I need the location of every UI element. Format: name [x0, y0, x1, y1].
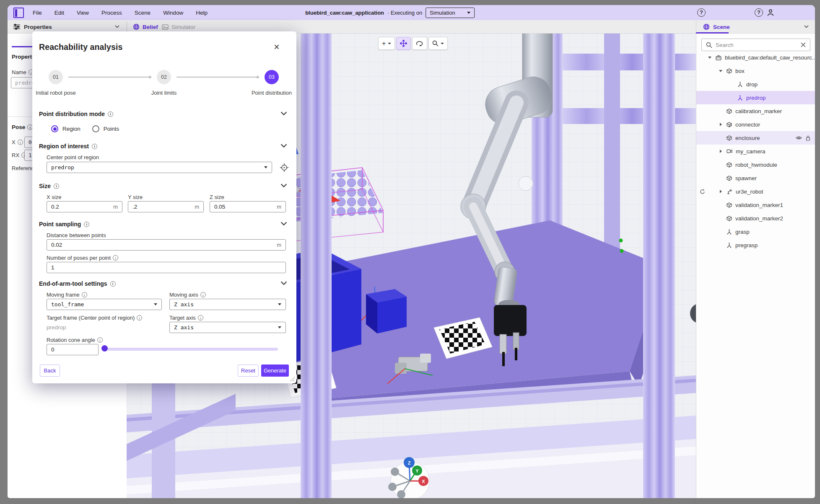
- chevron-down-icon: [441, 43, 444, 44]
- caret-expanded-icon[interactable]: [707, 57, 712, 59]
- info-icon[interactable]: [84, 222, 89, 227]
- info-icon[interactable]: [137, 315, 142, 320]
- tree-label: bluebird_caw:default_caw_resourc...: [725, 54, 815, 61]
- reset-button[interactable]: Reset: [238, 364, 259, 377]
- rotation-cone-angle-slider[interactable]: [104, 348, 278, 351]
- resize-handle[interactable]: [289, 376, 295, 382]
- tree-row-calibration-marker[interactable]: calibration_marker: [696, 104, 815, 118]
- moving-frame-select[interactable]: tool_frame: [47, 299, 162, 310]
- slider-handle[interactable]: [101, 345, 108, 352]
- step-3-circle[interactable]: 03: [265, 70, 279, 84]
- frame-icon: [737, 82, 743, 87]
- generate-button[interactable]: Generate: [261, 364, 289, 377]
- menu-bar: File Edit View Process Scene Window Help…: [8, 5, 815, 20]
- tree-row-connector[interactable]: connector: [696, 118, 815, 131]
- radio-region-label[interactable]: Region: [62, 126, 80, 132]
- info-icon[interactable]: [200, 292, 206, 297]
- tree-row-my-camera[interactable]: my_camera: [696, 145, 815, 158]
- distance-field[interactable]: 0.02m: [47, 239, 286, 251]
- svg-text:Y: Y: [415, 468, 419, 473]
- help-icon[interactable]: ?: [697, 8, 706, 17]
- tree-row-drop[interactable]: drop: [696, 78, 815, 91]
- step-3-label: Point distribution: [249, 89, 295, 97]
- caret-collapsed-icon[interactable]: [718, 123, 723, 126]
- sync-icon[interactable]: [700, 189, 705, 194]
- rotation-cone-angle-field[interactable]: 0: [47, 344, 99, 355]
- poses-per-point-field[interactable]: 1: [47, 262, 286, 273]
- info-icon[interactable]: [198, 315, 203, 320]
- tree-row-grasp[interactable]: grasp: [696, 225, 815, 238]
- caret-collapsed-icon[interactable]: [718, 190, 723, 193]
- chevron-down-icon[interactable]: [804, 25, 809, 28]
- tree-row-resources[interactable]: bluebird_caw:default_caw_resourc...: [696, 51, 815, 64]
- scene-panel-header[interactable]: Scene: [696, 20, 815, 34]
- tree-row-enclosure[interactable]: enclosure: [696, 131, 815, 145]
- tree-row-validation-marker1[interactable]: validation_marker1: [696, 198, 815, 212]
- info-icon[interactable]: [108, 111, 113, 117]
- scene-header-label: Scene: [713, 24, 730, 30]
- info-icon[interactable]: [82, 292, 87, 297]
- menu-process[interactable]: Process: [101, 10, 122, 16]
- menu-window[interactable]: Window: [163, 10, 183, 16]
- caret-collapsed-icon[interactable]: [718, 150, 723, 153]
- zoom-tool-button[interactable]: [428, 37, 448, 50]
- search-input[interactable]: [716, 42, 797, 48]
- z-size-field[interactable]: 0.05m: [210, 201, 286, 212]
- x-size-field[interactable]: 0.2m: [47, 201, 122, 212]
- step-2-circle[interactable]: 02: [157, 70, 171, 84]
- tree-row-pregrasp[interactable]: pregrasp: [696, 238, 815, 252]
- cube-icon: [727, 162, 732, 168]
- account-icon[interactable]: [766, 8, 775, 17]
- tree-row-predrop[interactable]: predrop: [696, 91, 815, 104]
- info-icon[interactable]: [110, 281, 116, 287]
- chevron-down-icon[interactable]: [280, 111, 287, 116]
- divider: [127, 22, 127, 32]
- caret-expanded-icon[interactable]: [718, 70, 723, 72]
- tune-icon: [13, 24, 20, 30]
- menu-file[interactable]: File: [33, 10, 42, 16]
- menu-view[interactable]: View: [77, 10, 89, 16]
- menu-edit[interactable]: Edit: [54, 10, 64, 16]
- center-point-select[interactable]: predrop: [47, 162, 272, 173]
- tree-row-box[interactable]: box: [696, 64, 815, 78]
- tree-row-validation-marker2[interactable]: validation_marker2: [696, 212, 815, 225]
- cube-icon: [727, 109, 732, 114]
- chevron-down-icon[interactable]: [280, 281, 287, 285]
- help-icon[interactable]: ?: [755, 8, 763, 17]
- tree-row-robot-hwmodule[interactable]: robot_hwmodule: [696, 158, 815, 171]
- add-object-button[interactable]: +: [378, 37, 395, 50]
- chevron-down-icon[interactable]: [115, 25, 119, 28]
- tree-label: connector: [735, 121, 760, 128]
- chevron-down-icon[interactable]: [280, 184, 287, 188]
- tree-row-spawner[interactable]: spawner: [696, 171, 815, 185]
- y-size-field[interactable]: .2m: [128, 201, 204, 212]
- info-icon[interactable]: [113, 255, 118, 261]
- step-1-circle[interactable]: 01: [49, 70, 63, 84]
- info-icon[interactable]: [97, 337, 103, 343]
- info-icon[interactable]: [92, 144, 97, 149]
- radio-region[interactable]: [51, 125, 58, 132]
- chevron-down-icon[interactable]: [280, 144, 287, 148]
- tree-row-ur3e-robot[interactable]: ur3e_robot: [696, 185, 815, 198]
- move-tool-button[interactable]: [396, 37, 411, 50]
- info-icon[interactable]: [18, 140, 23, 145]
- chevron-down-icon: [278, 326, 281, 328]
- close-icon[interactable]: [801, 42, 806, 47]
- close-icon[interactable]: ×: [271, 41, 282, 52]
- radio-points-label[interactable]: Points: [104, 126, 119, 132]
- lock-icon[interactable]: [806, 135, 810, 141]
- menu-scene[interactable]: Scene: [135, 10, 151, 16]
- rotate-tool-button[interactable]: [412, 37, 427, 50]
- target-axis-select[interactable]: Z axis: [169, 322, 286, 333]
- menu-help[interactable]: Help: [196, 10, 208, 16]
- chevron-down-icon[interactable]: [280, 222, 287, 226]
- scene-search[interactable]: [701, 39, 810, 51]
- crosshair-icon[interactable]: [280, 163, 289, 172]
- eye-icon[interactable]: [796, 135, 802, 140]
- back-button[interactable]: Back: [40, 364, 60, 377]
- radio-points[interactable]: [92, 125, 99, 132]
- moving-axis-select[interactable]: Z axis: [169, 299, 286, 310]
- tree-label: validation_marker1: [735, 202, 783, 208]
- info-icon[interactable]: [54, 184, 59, 189]
- environment-select[interactable]: Simulation: [426, 8, 475, 18]
